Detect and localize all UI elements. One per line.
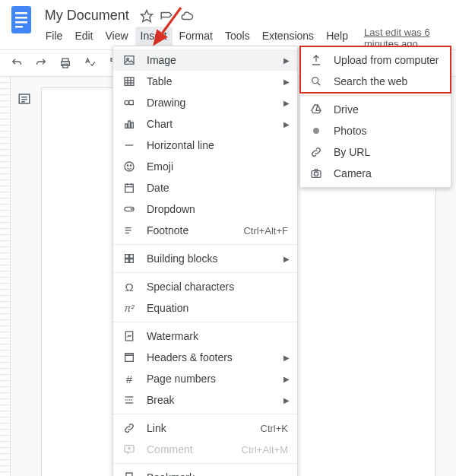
svg-point-28	[130, 165, 131, 166]
header-main: My Document File Edit View Insert Format…	[40, 6, 447, 49]
emoji-icon	[122, 160, 136, 173]
insert-footnote[interactable]: Footnote Ctrl+Alt+F	[113, 220, 297, 241]
insert-watermark[interactable]: Watermark	[113, 325, 297, 347]
menu-label: By URL	[334, 146, 370, 158]
cloud-status-icon[interactable]	[179, 9, 195, 23]
menu-label: Equation	[147, 302, 188, 314]
menu-label: Drive	[334, 103, 359, 116]
menu-label: Link	[147, 422, 166, 434]
redo-button[interactable]	[30, 52, 52, 74]
undo-button[interactable]	[6, 52, 27, 74]
insert-bookmark[interactable]: Bookmark	[113, 467, 297, 476]
move-icon[interactable]	[160, 9, 173, 23]
shortcut-label: Ctrl+K	[261, 423, 288, 434]
image-camera[interactable]: Camera	[300, 163, 451, 184]
insert-break[interactable]: Break ▶	[113, 389, 297, 411]
headers-footers-icon	[122, 351, 136, 364]
drawing-icon	[122, 96, 136, 109]
spellcheck-button[interactable]	[79, 52, 100, 74]
chevron-right-icon: ▶	[283, 78, 290, 86]
svg-point-56	[314, 172, 318, 176]
menu-label: Bookmark	[147, 471, 195, 476]
svg-rect-3	[15, 21, 27, 24]
watermark-icon	[122, 329, 136, 343]
chart-icon	[122, 117, 136, 131]
insert-emoji[interactable]: Emoji	[113, 156, 297, 177]
svg-rect-4	[15, 26, 23, 28]
insert-special-characters[interactable]: Ω Special characters	[113, 276, 297, 297]
insert-chart[interactable]: Chart ▶	[113, 113, 297, 135]
insert-date[interactable]: Date	[113, 177, 297, 198]
insert-table[interactable]: Table ▶	[113, 71, 297, 92]
insert-dropdown: Image ▶ Table ▶ Drawing ▶ Chart ▶ Horizo…	[112, 46, 298, 476]
drive-icon	[309, 103, 323, 116]
svg-point-53	[312, 78, 318, 84]
svg-rect-21	[129, 100, 133, 104]
print-button[interactable]	[55, 52, 76, 74]
menu-label: Watermark	[147, 330, 198, 342]
search-icon	[309, 75, 323, 88]
insert-dropdown[interactable]: Dropdown	[113, 198, 297, 220]
svg-rect-1	[15, 12, 27, 14]
shortcut-label: Ctrl+Alt+M	[242, 444, 288, 455]
svg-rect-0	[11, 6, 31, 33]
svg-rect-24	[131, 122, 134, 128]
break-icon	[122, 393, 136, 407]
chevron-right-icon: ▶	[283, 99, 290, 107]
insert-equation[interactable]: π² Equation	[113, 297, 297, 319]
image-drive[interactable]: Drive	[300, 99, 451, 120]
menu-separator	[113, 414, 297, 414]
svg-point-26	[125, 162, 134, 171]
menu-file[interactable]: File	[40, 27, 68, 49]
menu-label: Building blocks	[147, 252, 217, 265]
svg-marker-5	[141, 10, 152, 21]
equation-icon: π²	[122, 301, 136, 315]
page-numbers-icon: #	[122, 372, 136, 386]
svg-rect-38	[130, 255, 134, 259]
menu-label: Upload from computer	[334, 54, 439, 66]
insert-image[interactable]: Image ▶	[113, 49, 297, 71]
date-icon	[122, 181, 136, 195]
dropdown-icon	[122, 202, 136, 216]
menu-label: Headers & footers	[147, 351, 233, 363]
image-submenu: Upload from computer Search the web Driv…	[299, 46, 451, 188]
shortcut-label: Ctrl+Alt+F	[243, 225, 288, 236]
document-title[interactable]: My Document	[40, 6, 134, 25]
svg-rect-23	[128, 121, 131, 128]
bookmark-icon	[122, 471, 136, 476]
camera-icon	[309, 167, 323, 180]
insert-headers-footers[interactable]: Headers & footers ▶	[113, 347, 297, 368]
svg-line-54	[318, 83, 321, 86]
chevron-right-icon: ▶	[283, 255, 290, 263]
vertical-ruler	[0, 77, 11, 476]
insert-link[interactable]: Link Ctrl+K	[113, 417, 297, 439]
menu-edit[interactable]: Edit	[69, 27, 98, 49]
omega-icon: Ω	[122, 280, 136, 294]
docs-logo[interactable]	[9, 6, 34, 33]
menu-separator	[113, 272, 297, 273]
footnote-icon	[122, 224, 136, 237]
menu-separator	[113, 244, 297, 245]
image-upload-from-computer[interactable]: Upload from computer	[300, 49, 451, 71]
menu-label: Chart	[147, 118, 173, 130]
menu-label: Special characters	[147, 281, 234, 293]
insert-horizontal-line[interactable]: Horizontal line	[113, 135, 297, 156]
insert-building-blocks[interactable]: Building blocks ▶	[113, 248, 297, 269]
star-icon[interactable]	[140, 9, 154, 23]
upload-icon	[309, 53, 323, 67]
image-by-url[interactable]: By URL	[300, 141, 451, 163]
menu-label: Date	[147, 182, 169, 194]
svg-rect-13	[125, 56, 134, 65]
building-blocks-icon	[122, 252, 136, 265]
outline-icon[interactable]	[17, 92, 33, 107]
chevron-right-icon: ▶	[283, 120, 290, 129]
image-search-web[interactable]: Search the web	[300, 71, 451, 92]
menu-label: Comment	[147, 443, 193, 455]
insert-drawing[interactable]: Drawing ▶	[113, 92, 297, 113]
menu-separator	[113, 463, 297, 464]
svg-point-27	[127, 165, 128, 166]
chevron-right-icon: ▶	[283, 56, 290, 65]
menu-label: Camera	[334, 167, 372, 179]
insert-page-numbers[interactable]: # Page numbers ▶	[113, 368, 297, 389]
image-photos[interactable]: Photos	[300, 120, 451, 141]
